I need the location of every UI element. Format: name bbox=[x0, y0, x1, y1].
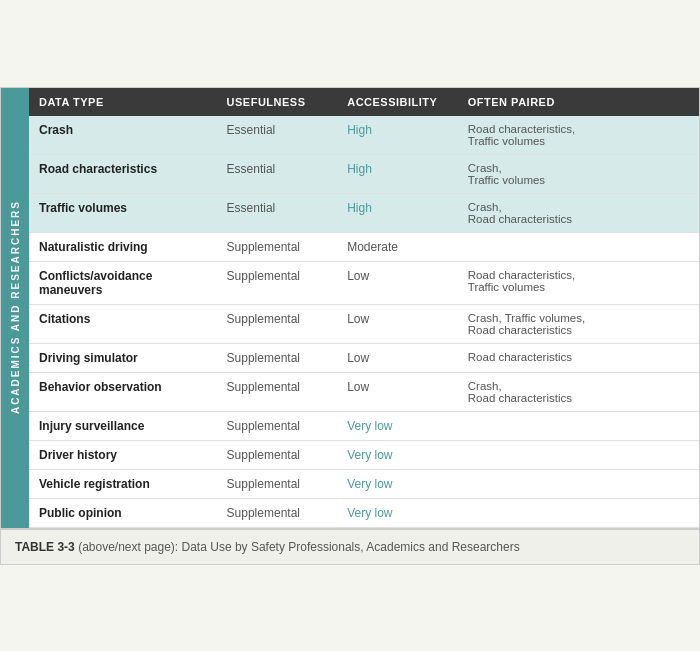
sidebar-label: ACADEMICS AND RESEARCHERS bbox=[10, 200, 21, 414]
table-row: Naturalistic drivingSupplementalModerate bbox=[29, 232, 699, 261]
cell-often-paired: Road characteristics,Traffic volumes bbox=[458, 116, 699, 155]
cell-accessibility: Very low bbox=[337, 411, 458, 440]
table-row: Road characteristicsEssentialHighCrash,T… bbox=[29, 154, 699, 193]
table-row: Vehicle registrationSupplementalVery low bbox=[29, 469, 699, 498]
cell-usefulness: Supplemental bbox=[217, 498, 338, 527]
cell-datatype: Driver history bbox=[29, 440, 217, 469]
cell-accessibility: Low bbox=[337, 343, 458, 372]
cell-usefulness: Supplemental bbox=[217, 343, 338, 372]
cell-accessibility: High bbox=[337, 116, 458, 155]
col-header-oftenPaired: OFTEN PAIRED bbox=[458, 88, 699, 116]
cell-often-paired bbox=[458, 411, 699, 440]
cell-datatype: Conflicts/avoidance maneuvers bbox=[29, 261, 217, 304]
table-footer: TABLE 3-3 (above/next page): Data Use by… bbox=[1, 528, 699, 564]
cell-usefulness: Supplemental bbox=[217, 304, 338, 343]
table-header-row: DATA TYPE USEFULNESS ACCESSIBILITY OFTEN… bbox=[29, 88, 699, 116]
cell-often-paired bbox=[458, 232, 699, 261]
table-row: Driving simulatorSupplementalLowRoad cha… bbox=[29, 343, 699, 372]
cell-datatype: Traffic volumes bbox=[29, 193, 217, 232]
cell-often-paired: Road characteristics,Traffic volumes bbox=[458, 261, 699, 304]
cell-often-paired bbox=[458, 440, 699, 469]
main-table: DATA TYPE USEFULNESS ACCESSIBILITY OFTEN… bbox=[29, 88, 699, 528]
cell-accessibility: Very low bbox=[337, 498, 458, 527]
footer-description: (above/next page): Data Use by Safety Pr… bbox=[75, 540, 520, 554]
cell-usefulness: Essential bbox=[217, 193, 338, 232]
cell-usefulness: Supplemental bbox=[217, 469, 338, 498]
cell-often-paired bbox=[458, 498, 699, 527]
cell-accessibility: Moderate bbox=[337, 232, 458, 261]
cell-accessibility: Very low bbox=[337, 440, 458, 469]
cell-often-paired: Crash, Traffic volumes,Road characterist… bbox=[458, 304, 699, 343]
cell-datatype: Vehicle registration bbox=[29, 469, 217, 498]
cell-accessibility: Very low bbox=[337, 469, 458, 498]
data-table: DATA TYPE USEFULNESS ACCESSIBILITY OFTEN… bbox=[29, 88, 699, 528]
cell-often-paired: Crash,Road characteristics bbox=[458, 372, 699, 411]
cell-accessibility: High bbox=[337, 154, 458, 193]
cell-usefulness: Essential bbox=[217, 116, 338, 155]
cell-usefulness: Essential bbox=[217, 154, 338, 193]
table-row: Conflicts/avoidance maneuversSupplementa… bbox=[29, 261, 699, 304]
cell-usefulness: Supplemental bbox=[217, 261, 338, 304]
cell-usefulness: Supplemental bbox=[217, 232, 338, 261]
main-container: ACADEMICS AND RESEARCHERS DATA TYPE USEF… bbox=[0, 87, 700, 565]
cell-often-paired: Crash,Traffic volumes bbox=[458, 154, 699, 193]
cell-datatype: Naturalistic driving bbox=[29, 232, 217, 261]
cell-usefulness: Supplemental bbox=[217, 440, 338, 469]
cell-datatype: Citations bbox=[29, 304, 217, 343]
cell-often-paired: Road characteristics bbox=[458, 343, 699, 372]
cell-accessibility: Low bbox=[337, 304, 458, 343]
col-header-accessibility: ACCESSIBILITY bbox=[337, 88, 458, 116]
cell-often-paired bbox=[458, 469, 699, 498]
cell-datatype: Injury surveillance bbox=[29, 411, 217, 440]
cell-accessibility: Low bbox=[337, 372, 458, 411]
cell-often-paired: Crash,Road characteristics bbox=[458, 193, 699, 232]
footer-table-label: TABLE 3-3 bbox=[15, 540, 75, 554]
table-row: Driver historySupplementalVery low bbox=[29, 440, 699, 469]
cell-usefulness: Supplemental bbox=[217, 411, 338, 440]
cell-usefulness: Supplemental bbox=[217, 372, 338, 411]
sidebar: ACADEMICS AND RESEARCHERS bbox=[1, 88, 29, 528]
cell-datatype: Road characteristics bbox=[29, 154, 217, 193]
table-row: CitationsSupplementalLowCrash, Traffic v… bbox=[29, 304, 699, 343]
cell-datatype: Driving simulator bbox=[29, 343, 217, 372]
cell-accessibility: Low bbox=[337, 261, 458, 304]
table-row: Injury surveillanceSupplementalVery low bbox=[29, 411, 699, 440]
col-header-usefulness: USEFULNESS bbox=[217, 88, 338, 116]
table-row: Traffic volumesEssentialHighCrash,Road c… bbox=[29, 193, 699, 232]
col-header-datatype: DATA TYPE bbox=[29, 88, 217, 116]
cell-accessibility: High bbox=[337, 193, 458, 232]
cell-datatype: Behavior observation bbox=[29, 372, 217, 411]
table-row: CrashEssentialHighRoad characteristics,T… bbox=[29, 116, 699, 155]
table-wrapper: ACADEMICS AND RESEARCHERS DATA TYPE USEF… bbox=[1, 88, 699, 528]
table-row: Behavior observationSupplementalLowCrash… bbox=[29, 372, 699, 411]
cell-datatype: Crash bbox=[29, 116, 217, 155]
table-row: Public opinionSupplementalVery low bbox=[29, 498, 699, 527]
cell-datatype: Public opinion bbox=[29, 498, 217, 527]
